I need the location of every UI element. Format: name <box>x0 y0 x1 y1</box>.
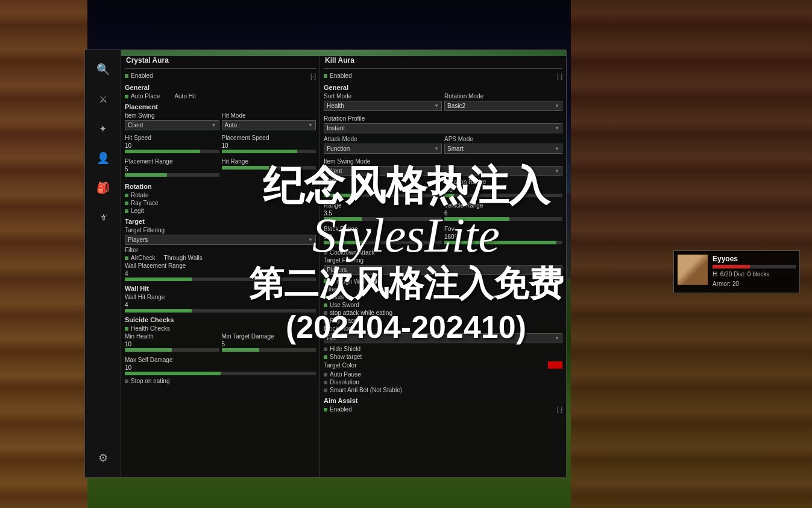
block-range-value: 3.8 <box>324 233 442 240</box>
hit-range-slider: Hit Range <box>222 158 316 170</box>
players-dropdown[interactable]: Players ▼ <box>125 235 316 245</box>
auto-place-row[interactable]: Auto Place Auto Hit <box>125 93 316 100</box>
min-health-col: Min Health 10 <box>125 333 219 354</box>
ka-item-swing-dropdown[interactable]: Client ▼ <box>324 166 562 176</box>
target-color-btn[interactable] <box>548 361 562 369</box>
aps-mode-arrow: ▼ <box>555 146 559 151</box>
dissolution-dot <box>324 381 327 384</box>
rotation-mode-dropdown[interactable]: Basic2 ▼ <box>444 101 562 111</box>
aps-track[interactable] <box>324 194 442 197</box>
ray-trace-dot <box>125 202 128 205</box>
item-swing-dropdown[interactable]: Client ▼ <box>125 120 219 130</box>
hide-shield-label: Hide Shield <box>330 346 360 352</box>
smart-anti-bot-label: Smart Anti Bot (Not Stable) <box>330 387 402 393</box>
stop-eating-row[interactable]: Stop on eating <box>125 378 316 384</box>
aps-mode-dropdown[interactable]: Smart ▼ <box>444 144 562 154</box>
legit-row[interactable]: Legit <box>125 208 316 214</box>
smart-anti-bot-row[interactable]: Smart Anti Bot (Not Stable) <box>324 387 562 393</box>
rotation-profile-dropdown[interactable]: Instant ▼ <box>324 123 562 133</box>
rotation-range-slider: Rotation Range 0.8 <box>444 179 562 197</box>
rotation-range-fill <box>444 194 454 197</box>
hit-mode-col: Hit Mode Auto ▼ <box>222 112 316 132</box>
show-target-row[interactable]: Show target <box>324 354 562 360</box>
min-health-track[interactable] <box>125 348 219 352</box>
sidebar-inventory[interactable]: 🎒 <box>90 174 116 201</box>
aps-label: APS <box>324 179 442 185</box>
placement-speed-track[interactable] <box>222 150 316 153</box>
kill-aura-enabled-row: Enabled [-] <box>324 72 562 80</box>
rotate-row[interactable]: Rotate <box>125 192 316 198</box>
player-health-fill <box>713 265 750 268</box>
min-health-fill <box>125 348 172 352</box>
ray-trace-row[interactable]: Ray Trace <box>125 200 316 206</box>
min-health-value: 10 <box>125 341 219 348</box>
collapse-btn[interactable]: [-] <box>310 73 316 80</box>
ka-collapse-btn[interactable]: [-] <box>557 73 562 80</box>
sidebar-player[interactable]: 👤 <box>90 145 116 171</box>
range-track[interactable] <box>324 217 442 221</box>
sidebar-settings[interactable]: ⚙ <box>90 445 116 471</box>
rotation-mode-label: Rotation Mode <box>444 93 562 100</box>
wall-hit-range-track[interactable] <box>125 309 316 313</box>
placement-section: Placement <box>125 103 316 110</box>
players-value: Players <box>128 237 148 243</box>
bg-wood-left <box>0 0 87 508</box>
player-face <box>678 255 708 285</box>
ka-players-arrow: ▼ <box>555 267 559 273</box>
legit-label: Legit <box>131 208 144 214</box>
sort-mode-dropdown[interactable]: Health ▼ <box>324 101 442 111</box>
stop-eating-ka-row[interactable]: stop attack while eating <box>324 310 562 316</box>
sort-mode-label: Sort Mode <box>324 93 442 100</box>
block-range-track[interactable] <box>324 241 442 244</box>
tools-row[interactable]: Tools <box>324 294 562 300</box>
min-target-damage-track[interactable] <box>222 348 316 352</box>
health-checks-dot <box>125 327 128 331</box>
health-checks-row[interactable]: Health Checks <box>125 325 316 332</box>
through-wall-dot <box>324 279 327 283</box>
block-range-col: Block Range 3.8 <box>324 226 442 247</box>
filter-label: Filter <box>125 247 316 253</box>
smart-anti-bot-dot <box>324 389 327 392</box>
placement-range-track[interactable] <box>125 173 219 177</box>
placement-range-value: 5 <box>125 166 219 173</box>
rotation-section: Rotation <box>125 183 316 190</box>
ka-players-dropdown[interactable]: Players ▼ <box>324 265 562 275</box>
hit-range-track[interactable] <box>222 166 316 170</box>
aim-assist-collapse[interactable]: [-] <box>557 406 562 413</box>
sidebar: 🔍 ⚔ ✦ 👤 🎒 🗡 ⚙ <box>85 50 121 477</box>
attack-mode-col: Attack Mode Function ▼ <box>324 136 442 156</box>
max-self-damage-track[interactable] <box>125 372 316 375</box>
aim-assist-enabled-row[interactable]: Enabled [-] <box>324 406 562 413</box>
hide-shield-row[interactable]: Hide Shield <box>324 346 562 352</box>
rotation-range-track[interactable] <box>444 194 562 197</box>
auto-pause-row[interactable]: Auto Pause <box>324 371 562 378</box>
rotation-profile-label: Rotation Profile <box>324 115 562 122</box>
hit-mode-dropdown[interactable]: Auto ▼ <box>222 120 316 130</box>
auto-pause-dot <box>324 373 327 376</box>
attack-mode-dropdown[interactable]: Function ▼ <box>324 144 442 154</box>
sidebar-search[interactable]: 🔍 <box>90 56 116 83</box>
use-sword-row[interactable]: Use Sword <box>324 302 562 308</box>
through-wall-row[interactable]: Through Wall <box>324 278 562 285</box>
dissolution-row[interactable]: Dissolution <box>324 379 562 386</box>
hit-speed-track[interactable] <box>125 150 219 153</box>
aircheck-row[interactable]: AirCheck Through Walls <box>125 255 316 261</box>
range-value: 3.5 <box>324 210 442 217</box>
ray-trace-ka-row[interactable]: Ray Trace <box>324 317 562 324</box>
sidebar-motion[interactable]: ✦ <box>90 115 116 142</box>
hit-mode-arrow: ▼ <box>308 122 313 128</box>
cooldown-attack-row[interactable]: Cooldown Attack <box>324 249 562 256</box>
sidebar-combat[interactable]: ⚔ <box>90 86 116 112</box>
auto-hit-label: Auto Hit <box>174 93 196 100</box>
target-section: Target <box>125 218 316 225</box>
fov-track[interactable] <box>444 241 562 244</box>
sidebar-misc[interactable]: 🗡 <box>90 204 116 230</box>
hit-mode-label: Hit Mode <box>222 112 316 119</box>
vehicle-range-track[interactable] <box>444 217 562 221</box>
player-health-stat: H: 6/20 Dist: 0 blocks <box>713 270 796 279</box>
wall-placement-range-track[interactable] <box>125 278 316 281</box>
block-mode-arrow: ▼ <box>555 335 559 341</box>
block-mode-dropdown[interactable]: Full ▼ <box>324 333 562 343</box>
kill-aura-enabled[interactable]: Enabled <box>324 72 352 79</box>
crystal-aura-enabled[interactable]: Enabled <box>125 72 153 79</box>
